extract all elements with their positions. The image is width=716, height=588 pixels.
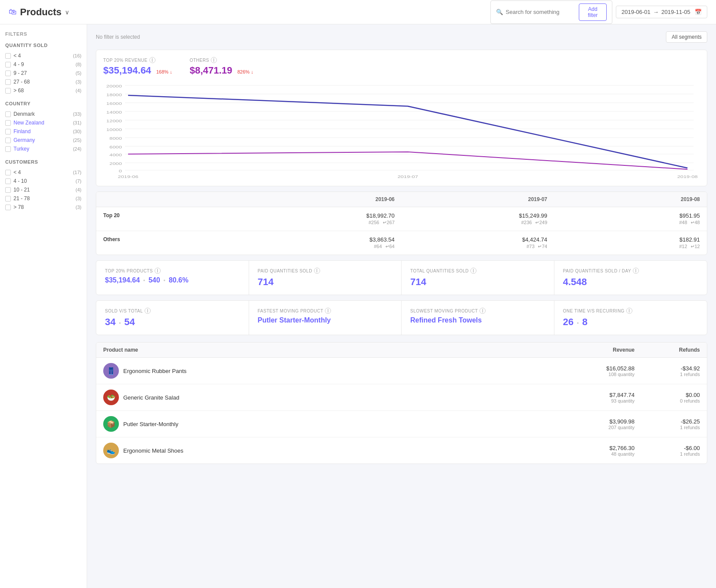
pth-refunds: Refunds bbox=[635, 347, 700, 353]
paid-per-day-label: PAID QUANTITIES SOLD / DAY bbox=[563, 269, 632, 273]
list-item[interactable]: Turkey (24) bbox=[5, 144, 81, 153]
filter-checkbox[interactable] bbox=[5, 62, 11, 67]
product-name: Generic Granite Salad bbox=[123, 394, 179, 401]
svg-text:2000: 2000 bbox=[109, 161, 122, 166]
filter-checkbox[interactable] bbox=[5, 88, 11, 94]
list-item[interactable]: > 68 (4) bbox=[5, 86, 81, 95]
filter-checkbox[interactable] bbox=[5, 146, 11, 152]
filter-count: (25) bbox=[73, 138, 81, 143]
th-col1: 2019-06 bbox=[249, 192, 402, 207]
fastest-info[interactable]: i bbox=[325, 308, 331, 314]
orders-icon: #64 bbox=[374, 244, 382, 249]
top20-products-label: TOP 20% PRODUCTS bbox=[105, 269, 153, 273]
list-item[interactable]: 4 - 9 (8) bbox=[5, 60, 81, 69]
total-qty-info[interactable]: i bbox=[470, 268, 476, 274]
list-item[interactable]: 10 - 21 (4) bbox=[5, 185, 81, 194]
filter-checkbox[interactable] bbox=[5, 205, 11, 210]
top20-products-info[interactable]: i bbox=[155, 268, 161, 274]
top20-products-value2: 540 bbox=[149, 276, 160, 284]
add-filter-button[interactable]: Add filter bbox=[579, 3, 607, 21]
others-info-icon[interactable]: i bbox=[211, 57, 217, 63]
dot1: • bbox=[143, 277, 147, 284]
filter-checkbox[interactable] bbox=[5, 187, 11, 193]
filter-count: (30) bbox=[73, 129, 81, 134]
sold-vs-dot: • bbox=[119, 320, 122, 326]
stat-total-qty: TOTAL QUANTITIES SOLD i 714 bbox=[402, 261, 554, 295]
svg-text:18000: 18000 bbox=[106, 93, 122, 97]
product-revenue: $2,766.30 48 quantity bbox=[547, 445, 635, 457]
refund-value: -$6.00 bbox=[635, 445, 700, 451]
filter-checkbox[interactable] bbox=[5, 129, 11, 134]
refunds-icon: ↵12 bbox=[691, 244, 700, 249]
svg-text:6000: 6000 bbox=[109, 145, 122, 149]
td-c3-value: $182.91 bbox=[561, 236, 700, 243]
filter-item-left: 4 - 10 bbox=[5, 178, 27, 184]
table-row: 📦 Putler Starter-Monthly $3,909.98 207 q… bbox=[96, 411, 707, 437]
others-metric: OTHERS i $8,471.19 826% ↓ bbox=[189, 57, 253, 76]
header-search-area: 🔍 Add filter 2019-06-01 → 2019-11-05 📅 bbox=[490, 0, 707, 24]
list-item[interactable]: 4 - 10 (7) bbox=[5, 177, 81, 185]
revenue-qty: 48 quantity bbox=[547, 451, 635, 457]
country-filters: Denmark (33) New Zealand (31) Finland (3… bbox=[5, 110, 81, 153]
list-item[interactable]: < 4 (17) bbox=[5, 168, 81, 177]
filter-checkbox[interactable] bbox=[5, 111, 11, 117]
search-box[interactable]: 🔍 Add filter bbox=[490, 0, 612, 24]
slowest-info[interactable]: i bbox=[480, 308, 486, 314]
stats-row-2: SOLD V/S TOTAL i 34 • 54 FASTEST MOVING … bbox=[96, 300, 707, 335]
td-c1-value: $3,863.54 bbox=[256, 236, 395, 243]
list-item[interactable]: New Zealand (31) bbox=[5, 118, 81, 127]
filter-count: (17) bbox=[73, 170, 81, 175]
top20-info-icon[interactable]: i bbox=[149, 57, 155, 63]
search-input[interactable] bbox=[506, 9, 579, 15]
chevron-down-icon[interactable]: ∨ bbox=[65, 9, 69, 16]
paid-qty-label: PAID QUANTITIES SOLD bbox=[258, 269, 312, 273]
paid-qty-info[interactable]: i bbox=[314, 268, 320, 274]
list-item[interactable]: 9 - 27 (5) bbox=[5, 69, 81, 77]
filter-checkbox[interactable] bbox=[5, 120, 11, 126]
product-revenue: $3,909.98 207 quantity bbox=[547, 418, 635, 430]
list-item[interactable]: Germany (25) bbox=[5, 136, 81, 144]
others-badge: 826% ↓ bbox=[237, 69, 253, 74]
sold-vs-total-info[interactable]: i bbox=[145, 308, 151, 314]
td-row-label: Top 20 bbox=[96, 207, 249, 231]
filter-checkbox[interactable] bbox=[5, 178, 11, 184]
app-header: 🛍 Products ∨ 🔍 Add filter 2019-06-01 → 2… bbox=[0, 0, 716, 24]
filter-count: (33) bbox=[73, 111, 81, 117]
refunds-icon: ↵64 bbox=[385, 244, 395, 249]
list-item[interactable]: Finland (30) bbox=[5, 127, 81, 136]
filter-checkbox[interactable] bbox=[5, 138, 11, 143]
filter-checkbox[interactable] bbox=[5, 170, 11, 175]
one-time-info[interactable]: i bbox=[626, 308, 632, 314]
filter-count: (8) bbox=[76, 62, 81, 67]
filter-checkbox[interactable] bbox=[5, 71, 11, 76]
list-item[interactable]: < 4 (16) bbox=[5, 51, 81, 60]
top20-products-value1: $35,194.64 bbox=[105, 276, 140, 284]
top20-revenue-value: $35,194.64 bbox=[103, 65, 151, 76]
orders-icon: #73 bbox=[527, 244, 534, 249]
filter-label: 27 - 68 bbox=[14, 79, 30, 85]
revenue-qty: 93 quantity bbox=[547, 398, 635, 403]
avatar: 👖 bbox=[103, 363, 119, 379]
revenue-qty: 207 quantity bbox=[547, 425, 635, 430]
chart-card: TOP 20% REVENUE i $35,194.64 168% ↓ OTHE… bbox=[96, 50, 707, 186]
filter-checkbox[interactable] bbox=[5, 196, 11, 202]
list-item[interactable]: > 78 (3) bbox=[5, 203, 81, 212]
total-qty-label: TOTAL QUANTITIES SOLD bbox=[410, 269, 469, 273]
filter-checkbox[interactable] bbox=[5, 79, 11, 85]
filter-checkbox[interactable] bbox=[5, 53, 11, 59]
filter-item-left: Finland bbox=[5, 128, 30, 134]
all-segments-button[interactable]: All segments bbox=[666, 31, 707, 43]
filter-item-left: 27 - 68 bbox=[5, 79, 30, 85]
slowest-product-label: SLOWEST MOVING PRODUCT bbox=[410, 309, 478, 313]
paid-per-day-info[interactable]: i bbox=[633, 268, 639, 274]
table-row: 🥗 Generic Granite Salad $7,847.74 93 qua… bbox=[96, 384, 707, 411]
list-item[interactable]: 21 - 78 (3) bbox=[5, 194, 81, 203]
filter-count: (4) bbox=[76, 187, 81, 192]
list-item[interactable]: 27 - 68 (3) bbox=[5, 77, 81, 86]
date-range-picker[interactable]: 2019-06-01 → 2019-11-05 📅 bbox=[616, 6, 707, 18]
list-item[interactable]: Denmark (33) bbox=[5, 110, 81, 118]
product-name: Putler Starter-Monthly bbox=[123, 421, 178, 427]
filter-item-left: > 78 bbox=[5, 204, 24, 210]
line-chart: 20000 18000 16000 14000 12000 10000 8000… bbox=[103, 83, 700, 179]
product-name: Ergonomic Metal Shoes bbox=[123, 447, 183, 454]
